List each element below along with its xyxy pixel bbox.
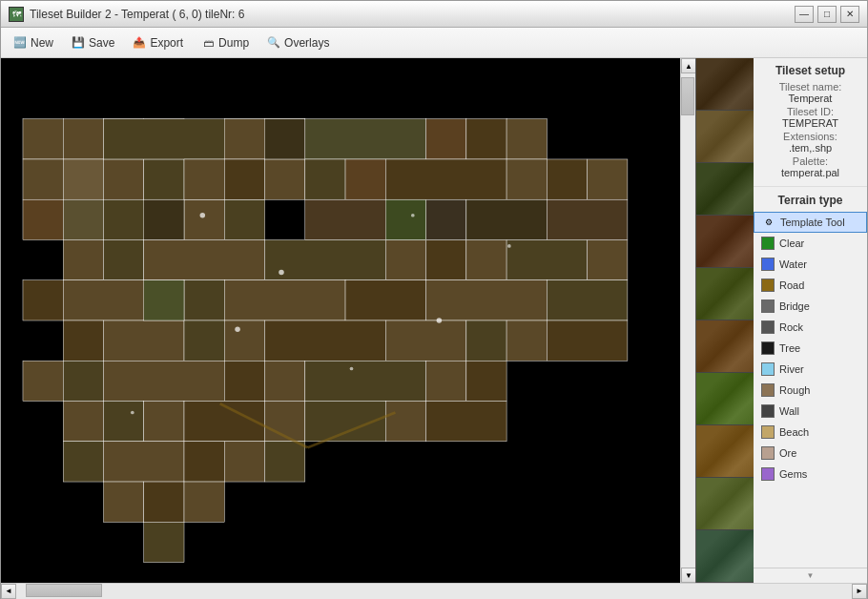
- title-bar: 🗺 Tileset Builder 2 - Temperat ( 6, 0) t…: [1, 1, 867, 28]
- svg-point-89: [235, 326, 240, 332]
- terrain-item-ore[interactable]: Ore: [754, 443, 867, 464]
- terrain-color-wall: [761, 404, 775, 418]
- bottom-scrollbar: ◄ ►: [1, 583, 867, 598]
- save-label: Save: [89, 36, 114, 50]
- thumb-3: [696, 163, 754, 216]
- terrain-section: Terrain type ⚙ Template Tool Clear: [754, 187, 867, 488]
- scroll-up-arrow[interactable]: ▲: [681, 58, 696, 73]
- tileset-name-label: Tileset name:: [761, 81, 859, 93]
- svg-rect-29: [63, 239, 103, 279]
- svg-rect-80: [426, 199, 466, 239]
- canvas-area[interactable]: [1, 58, 680, 583]
- svg-rect-41: [224, 280, 345, 320]
- svg-rect-33: [385, 239, 425, 279]
- terrain-color-tree: [761, 341, 775, 355]
- svg-point-91: [131, 411, 134, 415]
- svg-rect-56: [103, 361, 224, 401]
- right-panel-scroll[interactable]: Tileset setup Tileset name: Temperat Til…: [754, 58, 867, 568]
- window-title: Tileset Builder 2 - Temperat ( 6, 0) til…: [30, 8, 244, 21]
- svg-rect-22: [265, 159, 305, 199]
- palette-value: temperat.pal: [761, 167, 859, 178]
- canvas-scrollbar-y[interactable]: ▲ ▼: [680, 58, 695, 583]
- svg-rect-62: [63, 402, 103, 442]
- svg-rect-76: [144, 482, 184, 522]
- app-icon: 🗺: [9, 7, 24, 22]
- svg-rect-40: [184, 280, 224, 320]
- svg-rect-75: [103, 482, 143, 522]
- minimize-button[interactable]: —: [795, 6, 814, 23]
- svg-rect-5: [23, 159, 63, 199]
- terrain-item-tree[interactable]: Tree: [754, 338, 867, 359]
- terrain-item-water[interactable]: Water: [754, 254, 867, 275]
- svg-rect-70: [63, 442, 103, 482]
- tileset-id-row: Tileset ID: TEMPERAT: [761, 106, 859, 129]
- terrain-label-wall: Wall: [779, 405, 799, 417]
- dump-button[interactable]: 🗃 Dump: [193, 31, 257, 54]
- terrain-item-wall[interactable]: Wall: [754, 401, 867, 422]
- svg-point-88: [279, 270, 284, 276]
- overlays-button[interactable]: 🔍 Overlays: [258, 31, 337, 54]
- right-side: Tileset setup Tileset name: Temperat Til…: [695, 58, 867, 583]
- right-panel-scrollbar[interactable]: ▼: [754, 568, 867, 583]
- scroll-right-arrow[interactable]: ►: [852, 584, 867, 599]
- svg-rect-73: [224, 442, 264, 482]
- terrain-item-river[interactable]: River: [754, 359, 867, 380]
- terrain-color-river: [761, 362, 775, 376]
- svg-rect-57: [224, 361, 264, 401]
- thumb-7: [696, 373, 754, 425]
- terrain-item-rough[interactable]: Rough: [754, 380, 867, 401]
- terrain-item-template-tool[interactable]: ⚙ Template Tool: [754, 212, 867, 233]
- svg-point-90: [350, 367, 354, 371]
- terrain-label-rock: Rock: [779, 321, 803, 333]
- svg-rect-52: [506, 320, 547, 361]
- scroll-down-arrow[interactable]: ▼: [681, 568, 696, 583]
- terrain-label-road: Road: [779, 279, 804, 291]
- svg-rect-8: [144, 159, 184, 199]
- svg-rect-30: [103, 239, 143, 279]
- overlays-icon: 🔍: [266, 35, 281, 51]
- new-button[interactable]: 🆕 New: [5, 31, 61, 54]
- palette-label: Palette:: [761, 155, 859, 167]
- svg-rect-72: [184, 442, 224, 482]
- scroll-left-arrow[interactable]: ◄: [1, 584, 16, 599]
- terrain-color-rock: [761, 320, 775, 334]
- terrain-label-tree: Tree: [779, 342, 800, 354]
- new-label: New: [31, 36, 53, 50]
- svg-rect-61: [466, 361, 506, 401]
- svg-rect-9: [23, 199, 63, 239]
- terrain-item-rock[interactable]: Rock: [754, 317, 867, 338]
- svg-rect-21: [224, 159, 264, 199]
- terrain-item-clear[interactable]: Clear: [754, 233, 867, 254]
- svg-rect-53: [547, 320, 628, 361]
- terrain-label-template-tool: Template Tool: [780, 217, 845, 228]
- svg-rect-63: [103, 402, 143, 442]
- svg-rect-58: [265, 361, 305, 401]
- svg-rect-69: [426, 402, 507, 442]
- svg-rect-38: [23, 280, 63, 320]
- svg-rect-10: [63, 199, 103, 239]
- terrain-item-bridge[interactable]: Bridge: [754, 296, 867, 317]
- svg-rect-35: [466, 239, 506, 279]
- svg-rect-17: [426, 119, 466, 159]
- tileset-name-value: Temperat: [761, 93, 859, 104]
- export-button[interactable]: 📤 Export: [124, 31, 191, 54]
- terrain-label-rough: Rough: [779, 384, 810, 396]
- main-content: ▲ ▼: [1, 58, 867, 583]
- thumb-9: [696, 478, 754, 530]
- terrain-color-clear: [761, 237, 775, 250]
- thumb-4: [696, 216, 754, 268]
- terrain-item-road[interactable]: Road: [754, 275, 867, 296]
- terrain-item-beach[interactable]: Beach: [754, 422, 867, 443]
- terrain-item-gems[interactable]: Gems: [754, 464, 867, 485]
- svg-rect-74: [265, 442, 305, 482]
- dump-icon: 🗃: [200, 35, 216, 51]
- svg-rect-44: [547, 280, 628, 320]
- scroll-thumb-h[interactable]: [26, 584, 102, 597]
- maximize-button[interactable]: □: [817, 6, 837, 23]
- scroll-track-y: [681, 73, 695, 568]
- svg-rect-13: [224, 199, 264, 239]
- save-button[interactable]: 💾 Save: [63, 31, 122, 54]
- scroll-thumb-y[interactable]: [681, 77, 694, 115]
- setup-section: Tileset setup Tileset name: Temperat Til…: [754, 58, 867, 187]
- close-button[interactable]: ✕: [840, 6, 859, 23]
